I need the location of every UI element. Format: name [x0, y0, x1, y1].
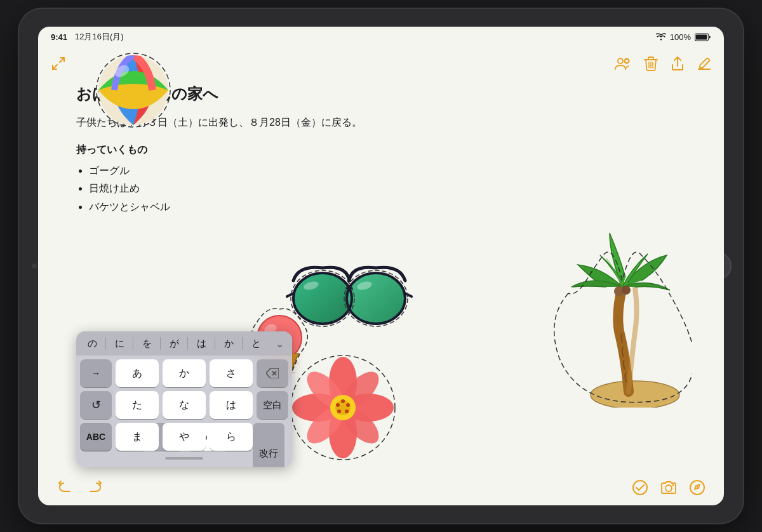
- suggestion-の[interactable]: の: [79, 335, 105, 352]
- svg-line-4: [60, 58, 64, 62]
- key-あ[interactable]: あ: [116, 359, 159, 387]
- ipad-screen: 9:41 12月16日(月) 100%: [38, 27, 724, 505]
- list-item: バケツとシャベル: [89, 198, 686, 216]
- suggestion-か[interactable]: か: [215, 335, 242, 352]
- svg-point-56: [337, 409, 341, 413]
- sticker-flower: [286, 350, 400, 465]
- key-な[interactable]: な: [163, 391, 206, 419]
- keyboard-row-1: → あ か さ: [80, 359, 288, 387]
- svg-point-69: [665, 485, 672, 491]
- checkmark-icon[interactable]: [632, 480, 648, 495]
- key-た[interactable]: た: [116, 391, 159, 419]
- svg-point-68: [633, 481, 647, 495]
- compress-icon[interactable]: [51, 56, 66, 71]
- note-list-heading: 持っていくもの: [76, 143, 686, 157]
- compose-icon[interactable]: [697, 57, 711, 70]
- svg-point-8: [618, 58, 623, 63]
- key-さ[interactable]: さ: [210, 359, 253, 387]
- key-delete[interactable]: [257, 359, 288, 387]
- key-return[interactable]: 改行: [253, 423, 284, 467]
- key-space[interactable]: 空白: [257, 391, 288, 419]
- list-item: 日焼け止め: [89, 180, 686, 198]
- svg-point-72: [697, 486, 698, 488]
- keyboard-row-2: ↺ た な は 空白: [80, 391, 288, 419]
- share-icon[interactable]: [671, 56, 685, 71]
- key-abc[interactable]: ABC: [80, 423, 112, 451]
- collab-icon[interactable]: [615, 57, 631, 70]
- battery-percentage: 100%: [670, 32, 691, 42]
- toolbar-right: [615, 56, 711, 71]
- svg-point-62: [622, 286, 631, 295]
- suggestion-に[interactable]: に: [106, 335, 133, 352]
- pencil-draw-icon[interactable]: [690, 480, 705, 495]
- note-list: ゴーグル 日焼け止め バケツとシャベル: [76, 162, 686, 216]
- key-ま[interactable]: ま: [116, 423, 159, 451]
- svg-point-53: [341, 399, 345, 403]
- svg-point-55: [346, 403, 350, 407]
- suggestion-を[interactable]: を: [133, 335, 160, 352]
- wifi-icon: [656, 33, 666, 41]
- bottom-toolbar: [38, 470, 724, 505]
- ipad-frame: 9:41 12月16日(月) 100%: [19, 9, 743, 523]
- keyboard-suggestions: の に を が は か と ⌄: [76, 331, 292, 356]
- trash-icon[interactable]: [644, 56, 658, 71]
- status-bar: 9:41 12月16日(月) 100%: [38, 27, 724, 47]
- key-か[interactable]: か: [163, 359, 206, 387]
- keyboard-rows: → あ か さ: [76, 356, 292, 467]
- key-は[interactable]: は: [210, 391, 253, 419]
- toolbar-left: [51, 56, 66, 71]
- redo-icon[interactable]: [86, 481, 103, 495]
- bottom-right: [632, 480, 705, 495]
- status-date: 12月16日(月): [75, 31, 124, 43]
- sticker-palmtree: [552, 230, 692, 408]
- bottom-left: [57, 481, 103, 495]
- front-camera: [32, 263, 37, 269]
- svg-point-57: [345, 409, 349, 413]
- undo-icon[interactable]: [57, 481, 74, 495]
- delete-icon: [266, 368, 279, 378]
- status-right: 100%: [656, 32, 711, 42]
- status-time: 9:41: [51, 32, 67, 42]
- svg-point-10: [625, 59, 629, 63]
- camera-icon[interactable]: [660, 481, 677, 495]
- suggestion-と[interactable]: と: [243, 335, 269, 352]
- key-ら[interactable]: ら: [210, 423, 253, 451]
- svg-point-70: [672, 484, 674, 486]
- suggestion-が[interactable]: が: [161, 335, 187, 352]
- key-undo[interactable]: ↺: [80, 391, 112, 419]
- floating-keyboard[interactable]: の に を が は か と ⌄ →: [76, 331, 292, 467]
- battery-icon: [695, 33, 711, 41]
- svg-point-54: [336, 403, 340, 407]
- sticker-beachball: [89, 46, 178, 135]
- svg-line-7: [53, 65, 57, 69]
- key-や[interactable]: や: [163, 423, 206, 451]
- suggestion-は[interactable]: は: [188, 335, 215, 352]
- key-tab[interactable]: →: [80, 359, 112, 387]
- svg-rect-1: [696, 34, 707, 39]
- list-item: ゴーグル: [89, 162, 686, 180]
- keyboard-row-3: ABC ま や ら 改行: [80, 423, 288, 451]
- suggestions-expand-icon[interactable]: ⌄: [269, 338, 290, 350]
